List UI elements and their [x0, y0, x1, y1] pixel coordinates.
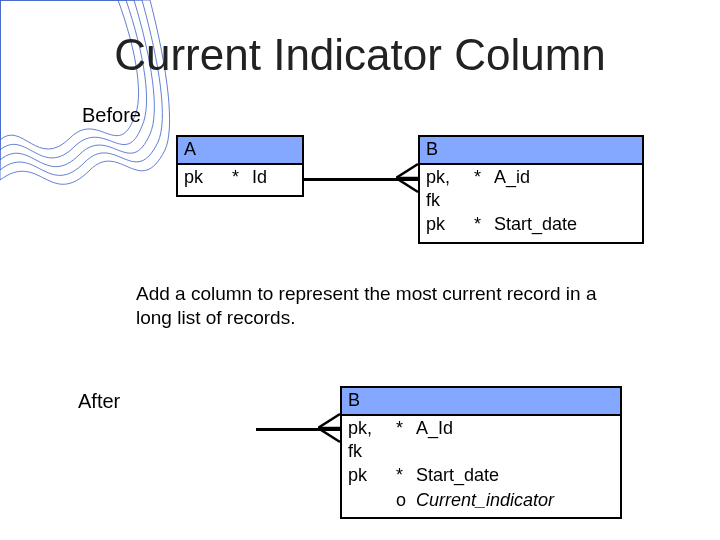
svg-line-3 — [318, 414, 340, 428]
entity-B-after-row: o Current_indicator — [342, 488, 620, 518]
entity-B-after-row: pk * Start_date — [342, 463, 620, 488]
relationship-line — [304, 178, 418, 181]
row-key: pk — [342, 463, 390, 488]
entity-B-before-row: pk, fk * A_id — [420, 165, 642, 212]
row-name: A_id — [488, 165, 642, 212]
entity-A-row: pk * Id — [178, 165, 302, 195]
row-key — [342, 488, 390, 518]
entity-B-before: B pk, fk * A_id pk * Start_date — [418, 135, 644, 244]
entity-A: A pk * Id — [176, 135, 304, 197]
entity-A-name: A — [178, 137, 302, 165]
before-label: Before — [82, 104, 141, 127]
row-mark: * — [390, 463, 410, 488]
row-mark: * — [390, 416, 410, 463]
relationship-line — [256, 428, 340, 431]
slide-title: Current Indicator Column — [0, 30, 720, 80]
entity-B-before-name: B — [420, 137, 642, 165]
entity-B-before-row: pk * Start_date — [420, 212, 642, 242]
row-key: pk, fk — [342, 416, 390, 463]
row-name: Start_date — [488, 212, 642, 242]
entity-B-after-row: pk, fk * A_Id — [342, 416, 620, 463]
row-name: Start_date — [410, 463, 620, 488]
after-label: After — [78, 390, 120, 413]
row-mark: o — [390, 488, 410, 518]
entity-B-after: B pk, fk * A_Id pk * Start_date o Curren… — [340, 386, 622, 519]
entity-B-after-name: B — [342, 388, 620, 416]
description-text: Add a column to represent the most curre… — [136, 282, 616, 330]
entity-A-row-key: pk — [178, 165, 226, 195]
row-mark: * — [468, 212, 488, 242]
entity-A-row-name: Id — [246, 165, 302, 195]
row-key: pk — [420, 212, 468, 242]
svg-line-0 — [396, 164, 418, 178]
row-name: Current_indicator — [410, 488, 620, 518]
entity-A-row-mark: * — [226, 165, 246, 195]
row-key: pk, fk — [420, 165, 468, 212]
row-name: A_Id — [410, 416, 620, 463]
row-mark: * — [468, 165, 488, 212]
